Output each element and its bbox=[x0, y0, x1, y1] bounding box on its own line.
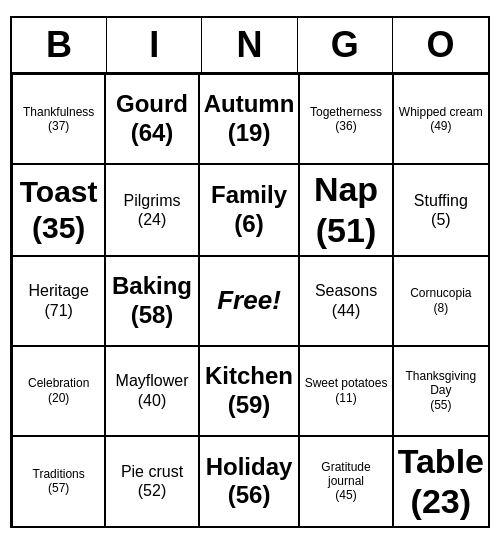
bingo-cell: Holiday(56) bbox=[199, 436, 300, 527]
bingo-header: BINGO bbox=[12, 18, 488, 74]
cell-label: Family(6) bbox=[211, 181, 287, 239]
cell-label: Holiday(56) bbox=[206, 453, 293, 511]
cell-label: Thanksgiving Day(55) bbox=[398, 369, 484, 412]
cell-label: Nap (51) bbox=[314, 169, 378, 251]
bingo-cell: Heritage(71) bbox=[12, 256, 105, 346]
bingo-cell: Pie crust(52) bbox=[105, 436, 198, 527]
cell-label: Celebration(20) bbox=[28, 376, 89, 405]
bingo-cell: Baking(58) bbox=[105, 256, 198, 346]
free-space: Free! bbox=[217, 285, 281, 316]
cell-label: Mayflower(40) bbox=[116, 371, 189, 409]
cell-label: Thankfulness(37) bbox=[23, 105, 94, 134]
bingo-cell: Family(6) bbox=[199, 164, 300, 256]
header-letter-b: B bbox=[12, 18, 107, 72]
cell-label: Heritage(71) bbox=[28, 281, 88, 319]
bingo-grid: Thankfulness(37)Gourd(64)Autumn(19)Toget… bbox=[12, 74, 488, 526]
cell-label: Whipped cream(49) bbox=[399, 105, 483, 134]
bingo-cell: Table (23) bbox=[393, 436, 488, 527]
cell-label: Togetherness(36) bbox=[310, 105, 382, 134]
bingo-cell: Seasons(44) bbox=[299, 256, 392, 346]
cell-label: Toast (35) bbox=[20, 174, 98, 246]
cell-label: Traditions(57) bbox=[33, 467, 85, 496]
cell-label: Kitchen(59) bbox=[205, 362, 293, 420]
cell-label: Autumn(19) bbox=[204, 90, 295, 148]
bingo-cell: Kitchen(59) bbox=[199, 346, 300, 436]
cell-label: Seasons(44) bbox=[315, 281, 377, 319]
bingo-card: BINGO Thankfulness(37)Gourd(64)Autumn(19… bbox=[10, 16, 490, 528]
cell-label: Pilgrims(24) bbox=[124, 191, 181, 229]
header-letter-g: G bbox=[298, 18, 393, 72]
cell-label: Table (23) bbox=[398, 441, 484, 523]
bingo-cell: Toast (35) bbox=[12, 164, 105, 256]
bingo-cell: Traditions(57) bbox=[12, 436, 105, 527]
bingo-cell: Gourd(64) bbox=[105, 74, 198, 164]
bingo-cell: Mayflower(40) bbox=[105, 346, 198, 436]
bingo-cell: Celebration(20) bbox=[12, 346, 105, 436]
bingo-cell: Togetherness(36) bbox=[299, 74, 392, 164]
bingo-cell: Cornucopia(8) bbox=[393, 256, 488, 346]
bingo-cell: Stuffing(5) bbox=[393, 164, 488, 256]
bingo-cell: Gratitude journal(45) bbox=[299, 436, 392, 527]
bingo-cell: Free! bbox=[199, 256, 300, 346]
cell-label: Cornucopia(8) bbox=[410, 286, 471, 315]
cell-label: Pie crust(52) bbox=[121, 462, 183, 500]
bingo-cell: Thanksgiving Day(55) bbox=[393, 346, 488, 436]
bingo-cell: Thankfulness(37) bbox=[12, 74, 105, 164]
header-letter-o: O bbox=[393, 18, 488, 72]
cell-label: Baking(58) bbox=[112, 272, 192, 330]
bingo-cell: Whipped cream(49) bbox=[393, 74, 488, 164]
header-letter-i: I bbox=[107, 18, 202, 72]
bingo-cell: Pilgrims(24) bbox=[105, 164, 198, 256]
bingo-cell: Sweet potatoes(11) bbox=[299, 346, 392, 436]
header-letter-n: N bbox=[202, 18, 297, 72]
cell-label: Sweet potatoes(11) bbox=[305, 376, 388, 405]
cell-label: Gourd(64) bbox=[116, 90, 188, 148]
bingo-cell: Autumn(19) bbox=[199, 74, 300, 164]
cell-label: Stuffing(5) bbox=[414, 191, 468, 229]
bingo-cell: Nap (51) bbox=[299, 164, 392, 256]
cell-label: Gratitude journal(45) bbox=[304, 460, 387, 503]
